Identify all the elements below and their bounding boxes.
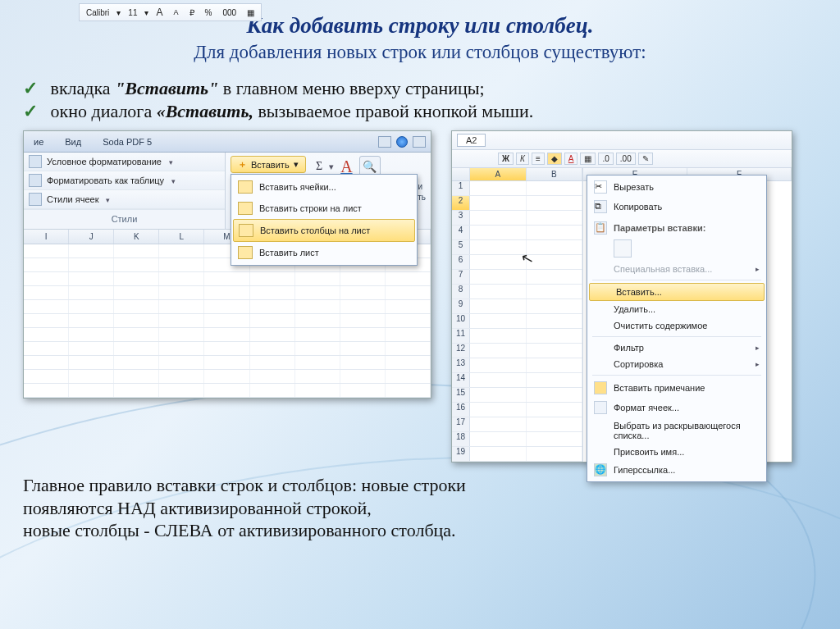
row-header[interactable]: 4 bbox=[452, 226, 470, 239]
font-color-icon[interactable]: A bbox=[564, 153, 578, 165]
plus-icon: ＋ bbox=[238, 158, 247, 171]
ribbon-tab-fragment[interactable]: ие bbox=[29, 134, 48, 150]
ctx-filter[interactable]: Фильтр▸ bbox=[587, 340, 766, 356]
currency-icon[interactable]: ₽ bbox=[186, 7, 198, 18]
paste-option-icon[interactable] bbox=[614, 239, 632, 258]
row-header[interactable]: 16 bbox=[452, 403, 470, 417]
insert-cells-icon bbox=[238, 180, 253, 194]
row-header[interactable]: 15 bbox=[452, 388, 470, 402]
clipboard-icon: 📋 bbox=[594, 221, 607, 235]
row-header[interactable]: 8 bbox=[452, 285, 470, 299]
comment-icon bbox=[594, 381, 607, 394]
cell-styles-button[interactable]: Стили ячеек bbox=[24, 190, 225, 209]
bullet-2: окно диалога «Вставить, вызываемое право… bbox=[23, 101, 817, 122]
col-header[interactable]: L bbox=[159, 230, 204, 244]
ctx-sort[interactable]: Сортировка▸ bbox=[587, 356, 766, 372]
conditional-formatting-button[interactable]: Условное форматирование bbox=[24, 153, 225, 171]
row-header[interactable]: 10 bbox=[452, 314, 470, 328]
col-header-b[interactable]: B bbox=[527, 168, 583, 180]
ctx-hyperlink[interactable]: 🌐Гиперссылка... bbox=[587, 460, 766, 480]
active-cell[interactable] bbox=[470, 196, 527, 210]
row-header[interactable]: 1 bbox=[452, 181, 470, 195]
insert-sheet-item[interactable]: Вставить лист bbox=[233, 242, 415, 263]
hyperlink-icon: 🌐 bbox=[594, 463, 607, 476]
ctx-paste-options-label: 📋Параметры вставки: bbox=[587, 217, 766, 238]
col-header[interactable]: K bbox=[114, 230, 159, 244]
font-name[interactable]: Calibri bbox=[83, 7, 112, 18]
align-icon[interactable]: ≡ bbox=[532, 153, 545, 165]
format-painter-icon[interactable]: ✎ bbox=[638, 153, 653, 165]
chevron-down-icon[interactable]: ▾ bbox=[144, 8, 148, 17]
row-header[interactable]: 3 bbox=[452, 211, 470, 225]
row-header[interactable]: 17 bbox=[452, 417, 470, 431]
cell-styles-icon bbox=[29, 193, 42, 206]
insert-columns-item[interactable]: Вставить столбцы на лист bbox=[233, 219, 415, 242]
insert-rows-item[interactable]: Вставить строки на лист bbox=[233, 198, 415, 219]
row-header[interactable]: 2 bbox=[452, 196, 470, 210]
autosum-icon[interactable]: Σ bbox=[316, 160, 322, 173]
chevron-down-icon: ▾ bbox=[294, 159, 299, 170]
format-cells-icon bbox=[594, 401, 607, 414]
screenshot-context-menu: A2 Calibri ▾ 11 ▾ A A ₽ % 000 ▦ Ж bbox=[451, 130, 792, 463]
percent-icon[interactable]: % bbox=[202, 7, 216, 18]
row-header[interactable]: 5 bbox=[452, 240, 470, 254]
chevron-down-icon[interactable]: ▾ bbox=[329, 162, 334, 172]
styles-group-label: Стили bbox=[24, 209, 225, 229]
ctx-clear[interactable]: Очистить содержимое bbox=[587, 317, 766, 334]
ribbon-tab-view[interactable]: Вид bbox=[60, 134, 86, 150]
ctx-cut[interactable]: ✂Вырезать bbox=[587, 177, 766, 197]
col-header-a[interactable]: A bbox=[470, 168, 527, 180]
increase-decimal-icon[interactable]: .00 bbox=[616, 153, 636, 165]
grow-font-icon[interactable]: A bbox=[153, 6, 166, 19]
ctx-paste-special: Специальная вставка...▸ bbox=[587, 261, 766, 277]
shrink-font-icon[interactable]: A bbox=[170, 7, 181, 17]
screenshot-ribbon: ие Вид Soda PDF 5 Условное форматировани… bbox=[23, 130, 431, 399]
ctx-delete[interactable]: Удалить... bbox=[587, 301, 766, 317]
decrease-decimal-icon[interactable]: .0 bbox=[598, 153, 613, 165]
cond-format-icon bbox=[29, 155, 42, 168]
insert-dropdown-button[interactable]: ＋ Вставить ▾ bbox=[231, 156, 306, 173]
row-header[interactable]: 13 bbox=[452, 358, 470, 372]
italic-icon[interactable]: К bbox=[516, 153, 529, 165]
mini-toolbar: Calibri ▾ 11 ▾ A A ₽ % 000 ▦ bbox=[79, 3, 262, 21]
chevron-down-icon[interactable]: ▾ bbox=[116, 8, 121, 17]
row-header[interactable]: 12 bbox=[452, 344, 470, 358]
window-control-icon[interactable] bbox=[413, 136, 426, 148]
fill-color-icon[interactable]: ◆ bbox=[547, 153, 562, 165]
ctx-insert-comment[interactable]: Вставить примечание bbox=[587, 378, 766, 398]
row-header[interactable]: 14 bbox=[452, 373, 470, 387]
row-header[interactable]: 7 bbox=[452, 270, 470, 284]
ctx-pick-from-list[interactable]: Выбрать из раскрывающегося списка... bbox=[587, 417, 766, 444]
help-icon[interactable] bbox=[396, 136, 408, 148]
insert-columns-icon bbox=[239, 224, 253, 237]
bullet-1: вкладка "Вставить" в главном меню вверху… bbox=[23, 78, 817, 99]
table-format-icon bbox=[29, 174, 42, 187]
row-header[interactable]: 6 bbox=[452, 255, 470, 269]
insert-rows-icon bbox=[238, 202, 253, 215]
borders-icon[interactable]: ▦ bbox=[244, 7, 258, 18]
row-header[interactable]: 19 bbox=[452, 447, 470, 461]
format-as-table-button[interactable]: Форматировать как таблицу bbox=[24, 171, 225, 190]
select-all-corner[interactable] bbox=[452, 168, 470, 180]
context-menu: ✂Вырезать ⧉Копировать 📋Параметры вставки… bbox=[587, 175, 767, 482]
ribbon-minimize-icon[interactable] bbox=[378, 136, 391, 148]
row-header[interactable]: 11 bbox=[452, 329, 470, 343]
bold-icon[interactable]: Ж bbox=[498, 153, 514, 165]
comma-icon[interactable]: 000 bbox=[219, 7, 240, 18]
name-box[interactable]: A2 bbox=[457, 134, 486, 147]
col-header[interactable]: I bbox=[24, 230, 69, 244]
insert-cells-item[interactable]: Вставить ячейки... bbox=[233, 176, 415, 198]
ribbon-tab-sodapdf[interactable]: Soda PDF 5 bbox=[98, 134, 157, 150]
bullet-list: вкладка "Вставить" в главном меню вверху… bbox=[23, 78, 817, 122]
ctx-define-name[interactable]: Присвоить имя... bbox=[587, 444, 766, 460]
ctx-format-cells[interactable]: Формат ячеек... bbox=[587, 398, 766, 417]
row-header[interactable]: 9 bbox=[452, 299, 470, 313]
ctx-copy[interactable]: ⧉Копировать bbox=[587, 197, 766, 217]
borders-icon[interactable]: ▦ bbox=[580, 153, 596, 165]
col-header[interactable]: J bbox=[69, 230, 114, 244]
row-header[interactable]: 18 bbox=[452, 432, 470, 446]
font-size[interactable]: 11 bbox=[125, 7, 140, 18]
ctx-insert[interactable]: Вставить... bbox=[589, 283, 765, 301]
slide-subtitle: Для добавления новых строк или столбцов … bbox=[23, 42, 817, 63]
footer-rule: Главное правило вставки строк и столбцов… bbox=[23, 474, 817, 542]
